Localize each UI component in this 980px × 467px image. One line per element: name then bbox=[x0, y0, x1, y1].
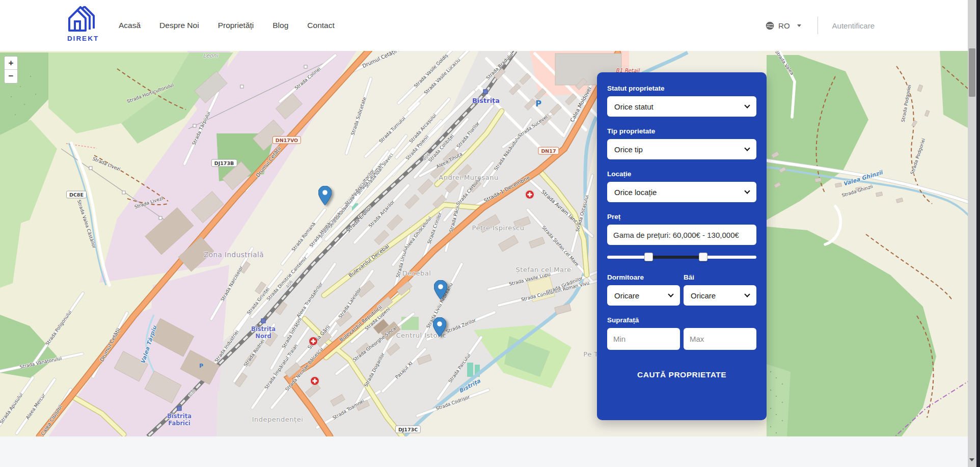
map-label: Strada Ostașului bbox=[575, 195, 590, 233]
status-select[interactable]: Orice statut bbox=[607, 96, 756, 117]
header-divider bbox=[818, 17, 818, 34]
map-label: Strada Vânătorului bbox=[19, 355, 62, 369]
location-select[interactable]: Orice locație bbox=[607, 182, 756, 202]
chevron-down-icon bbox=[797, 24, 801, 27]
map-label: Strada Apusului bbox=[0, 392, 24, 425]
bedrooms-select[interactable]: Oricare bbox=[607, 285, 680, 306]
zoom-in-button[interactable]: + bbox=[5, 57, 17, 70]
baths-select[interactable]: Oricare bbox=[684, 285, 756, 306]
map-label: Bistrița Nord bbox=[251, 326, 276, 340]
area-label: Suprafață bbox=[607, 316, 756, 324]
map-label: Strada Tărpiului bbox=[191, 111, 211, 146]
scrollbar-down-arrow-icon[interactable] bbox=[969, 458, 974, 461]
language-selector[interactable]: RO bbox=[766, 21, 801, 30]
map-label: Strada Păcii bbox=[448, 205, 460, 233]
location-label: Locație bbox=[607, 170, 756, 178]
map-label: Strada Zorilor bbox=[445, 318, 476, 335]
map-marker-pin[interactable] bbox=[433, 317, 446, 337]
map-label: Strada Lupeni bbox=[364, 306, 391, 331]
map-label: Strada Poienii bbox=[405, 134, 430, 161]
page-scrollbar bbox=[968, 0, 980, 467]
map-label: Strada Podgoriei bbox=[910, 138, 926, 175]
type-select[interactable]: Orice tip bbox=[607, 139, 756, 159]
area-max-input[interactable] bbox=[684, 328, 756, 350]
map-marker-pin[interactable] bbox=[434, 280, 447, 299]
map-canvas[interactable]: LeoniB1 RetailBistrițaBistrița NordBistr… bbox=[0, 51, 971, 436]
search-property-button[interactable]: CAUTĂ PROPRIETATE bbox=[607, 364, 756, 386]
map-label: Strada Horticultorului bbox=[126, 83, 174, 104]
railway-station-icon bbox=[483, 90, 488, 94]
logo[interactable]: DIREKT bbox=[63, 6, 103, 42]
map-label: Aleea Mercur bbox=[25, 393, 46, 420]
map-label: Independenței bbox=[252, 416, 304, 423]
globe-icon bbox=[766, 21, 774, 30]
map-label: Bistrița bbox=[472, 97, 500, 104]
map-label: Strada Bradului bbox=[485, 52, 514, 81]
nav-item-proprietati[interactable]: Proprietăți bbox=[218, 21, 254, 30]
nav-item-despre-noi[interactable]: Despre Noi bbox=[159, 21, 199, 30]
road-shield: DC8E bbox=[66, 191, 87, 199]
type-label: Tip proprietate bbox=[607, 127, 756, 135]
map-label: Strada Narciselor bbox=[220, 265, 244, 302]
map-label: Leoni bbox=[203, 52, 217, 59]
area-min-input[interactable] bbox=[607, 328, 680, 350]
map-label: Bistrița Fabrici bbox=[167, 413, 192, 427]
map-label: Drumul Cetății bbox=[362, 51, 398, 69]
map-label: Strada Romană bbox=[291, 222, 317, 253]
slider-handle-max[interactable] bbox=[699, 253, 707, 261]
map-label: Strada Livezi bbox=[92, 156, 121, 172]
map-label: Strada Crisan bbox=[328, 201, 350, 229]
nav-item-blog[interactable]: Blog bbox=[273, 21, 288, 30]
logo-house-icon bbox=[67, 26, 99, 35]
map-label: Strada Toamnei bbox=[332, 398, 365, 421]
railway-station-icon bbox=[261, 319, 266, 323]
map-label: Bulevardul Decebal bbox=[347, 243, 390, 279]
map-label: Strada Înfrățirii bbox=[281, 317, 303, 349]
map-label: Strada Colibițel bbox=[427, 133, 455, 163]
map-label: Aleea Trandafirilor bbox=[295, 282, 323, 319]
road-shield: DN17VO bbox=[273, 136, 301, 144]
slider-selected-range bbox=[648, 256, 703, 259]
footer-strip bbox=[0, 436, 971, 467]
price-label: Preț bbox=[607, 213, 756, 221]
slider-handle-min[interactable] bbox=[644, 253, 653, 261]
map-label: 406 bbox=[187, 388, 197, 398]
map-label: Strada Griviței bbox=[246, 286, 270, 315]
map-labels-layer: LeoniB1 RetailBistrițaBistrița NordBistr… bbox=[0, 51, 971, 436]
map-label: Strada Avram Iancu bbox=[540, 189, 582, 227]
main-nav: Acasă Despre Noi Proprietăți Blog Contac… bbox=[119, 0, 335, 51]
map-label: Aleea Tihuța bbox=[435, 151, 463, 169]
map-label: Andrei Mureșanu bbox=[439, 174, 498, 181]
map-label: 406 bbox=[422, 152, 431, 162]
map-label: Strada Parcului bbox=[447, 352, 471, 383]
map-label: Strada Cuza Vodă bbox=[334, 185, 363, 220]
map-label: Strada Năsăudului bbox=[493, 134, 522, 172]
map-marker-pin[interactable] bbox=[318, 186, 332, 205]
nav-item-contact[interactable]: Contact bbox=[307, 21, 334, 30]
login-link[interactable]: Autentificare bbox=[832, 21, 875, 30]
header: DIREKT Acasă Despre Noi Proprietăți Blog… bbox=[0, 0, 971, 51]
price-range-slider bbox=[607, 253, 756, 261]
parking-icon: P bbox=[535, 99, 541, 108]
map-label: 406 bbox=[285, 279, 294, 289]
nav-item-acasa[interactable]: Acasă bbox=[119, 21, 141, 30]
map-label: Strada Ursului bbox=[395, 245, 409, 278]
map-label: Pasajul XI bbox=[394, 361, 414, 380]
map-label: Strada Rodnei bbox=[243, 338, 266, 368]
map-label: Strada Cerbului bbox=[455, 176, 482, 207]
map-label: Strada Grădinilor bbox=[545, 276, 583, 295]
map-label: Strada Horea bbox=[309, 222, 331, 249]
map-label: Strada Eroilor bbox=[345, 204, 373, 233]
map-label: Drumul Cetății bbox=[255, 146, 282, 178]
header-right: RO Autentificare bbox=[766, 0, 875, 51]
scrollbar-thumb[interactable] bbox=[969, 48, 975, 97]
map-label: Strada Valea bbox=[774, 51, 795, 76]
map-label: Strada Crinilor bbox=[426, 212, 443, 244]
map-label: Strada Subcetate bbox=[350, 96, 367, 136]
language-code: RO bbox=[778, 21, 790, 30]
map-label: Strada Ghinzii bbox=[841, 184, 873, 198]
zoom-out-button[interactable]: − bbox=[5, 70, 17, 83]
road-shield: DN17 bbox=[538, 147, 559, 155]
price-range-display[interactable] bbox=[607, 225, 756, 245]
map-label: Strada Constantin Roman Vivu bbox=[521, 280, 590, 302]
